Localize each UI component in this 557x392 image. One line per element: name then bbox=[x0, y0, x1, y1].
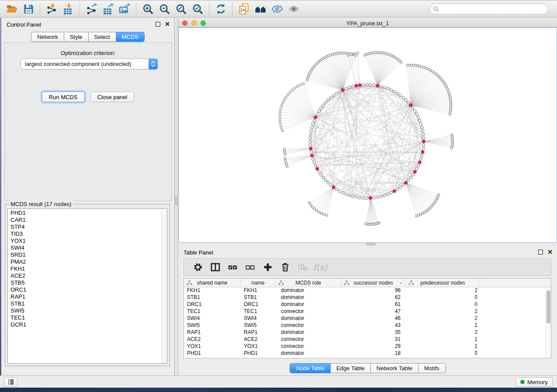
cell-predecessor-nodes: 2 bbox=[406, 308, 480, 315]
mcds-result-item[interactable]: STB1 bbox=[10, 300, 160, 307]
deselect-all-checks-button[interactable] bbox=[242, 260, 258, 274]
import-network-button[interactable] bbox=[43, 2, 60, 16]
toolbar-separator bbox=[80, 3, 80, 16]
duplicate-network-icon bbox=[238, 3, 250, 15]
mcds-list-scrollbar[interactable] bbox=[161, 209, 167, 363]
float-panel-icon[interactable] bbox=[156, 22, 160, 27]
refresh-view-icon bbox=[215, 3, 227, 15]
refresh-view-button[interactable] bbox=[212, 2, 229, 16]
mcds-result-item[interactable]: PHD1 bbox=[10, 210, 160, 217]
cell-predecessor-nodes: 0 bbox=[406, 301, 480, 308]
table-row[interactable]: RAP1RAP1dominator352 bbox=[184, 329, 551, 336]
close-table-panel-icon[interactable]: ✕ bbox=[547, 250, 553, 254]
table-row[interactable]: ORC1ORC1dominator610 bbox=[184, 301, 551, 308]
control-panel-tabs: NetworkStyleSelectMCDS bbox=[1, 32, 174, 42]
close-panel-icon[interactable]: ✕ bbox=[165, 22, 170, 27]
table-row[interactable]: YOX1YOX1connector291 bbox=[184, 343, 551, 350]
close-panel-button[interactable]: Close panel bbox=[90, 92, 135, 102]
duplicate-network-button[interactable] bbox=[235, 2, 252, 16]
cell-MCDS-role: dominator bbox=[276, 301, 341, 308]
task-history-button[interactable] bbox=[4, 377, 17, 387]
split-columns-button[interactable] bbox=[208, 260, 223, 274]
zoom-selected-button[interactable] bbox=[189, 2, 206, 16]
hide-selected-button[interactable] bbox=[269, 2, 285, 16]
table-row[interactable]: FKH1FKH1dominator962 bbox=[184, 287, 551, 294]
import-table-icon bbox=[62, 3, 74, 15]
save-session-button[interactable] bbox=[20, 2, 37, 16]
table-scrollbar[interactable] bbox=[545, 288, 551, 358]
cell-shared-name: TEC1 bbox=[184, 308, 241, 315]
zoom-fit-button[interactable] bbox=[173, 2, 189, 16]
network-canvas[interactable] bbox=[178, 28, 557, 243]
export-image-button[interactable] bbox=[116, 2, 133, 16]
import-table-button[interactable] bbox=[60, 2, 76, 16]
mcds-result-item[interactable]: ORC1 bbox=[10, 286, 160, 293]
control-panel: Control Panel ✕ NetworkStyleSelectMCDS O… bbox=[1, 18, 175, 375]
mcds-result-item[interactable]: SWI4 bbox=[10, 244, 160, 251]
table-row[interactable]: SWI5SWI5connector431 bbox=[184, 322, 551, 329]
tab-network-table[interactable]: Network Table bbox=[371, 363, 419, 373]
select-all-checks-button[interactable] bbox=[225, 260, 241, 274]
mcds-result-list[interactable]: PHD1CAR1STP4TID3YOX1SWI4SRD1PMA2FKH1ACE2… bbox=[7, 208, 167, 364]
cell-MCDS-role: connector bbox=[276, 336, 341, 343]
mcds-result-item[interactable]: FKH1 bbox=[10, 265, 160, 272]
export-network-button[interactable] bbox=[83, 2, 100, 16]
optimization-criterion-dropdown[interactable]: largest connected component (undirected) bbox=[21, 58, 158, 69]
hide-selected-icon bbox=[271, 3, 283, 15]
table-scrollbar-thumb[interactable] bbox=[547, 290, 550, 323]
mcds-result-item[interactable]: RAP1 bbox=[10, 293, 160, 300]
memory-button[interactable]: Memory bbox=[515, 377, 553, 387]
column-header-name[interactable]: name bbox=[241, 279, 276, 287]
attribute-tree-icon bbox=[344, 280, 349, 287]
column-header-MCDS-role[interactable]: MCDS role bbox=[276, 279, 341, 287]
mcds-result-item[interactable]: ACE2 bbox=[10, 272, 160, 279]
table-row[interactable]: ACE2ACE2connector311 bbox=[184, 336, 551, 343]
mcds-result-item[interactable]: STB5 bbox=[10, 279, 160, 286]
cell-predecessor-nodes: 1 bbox=[406, 343, 480, 350]
mcds-result-item[interactable]: SWI5 bbox=[10, 307, 160, 314]
mcds-result-item[interactable]: TID3 bbox=[10, 230, 160, 237]
table-row[interactable]: SWI4SWI4dominator462 bbox=[184, 315, 551, 322]
mcds-result-item[interactable]: YOX1 bbox=[10, 237, 160, 244]
mcds-result-item[interactable]: GCR1 bbox=[10, 321, 160, 328]
table-panel: Table Panel ✕ f(x) shared namenameMCDS r… bbox=[178, 246, 557, 375]
table-row[interactable]: STB1STB1dominator620 bbox=[184, 294, 551, 301]
delete-entry-button[interactable] bbox=[277, 260, 293, 274]
column-header-predecessor-nodes[interactable]: predecessor nodes bbox=[406, 279, 480, 287]
column-header-successor-nodes[interactable]: successor nodes⌄ bbox=[341, 279, 406, 287]
cell-shared-name: ORC1 bbox=[184, 301, 241, 308]
first-neighbors-button[interactable] bbox=[252, 2, 269, 16]
tab-select[interactable]: Select bbox=[89, 32, 116, 42]
network-graph[interactable] bbox=[179, 28, 557, 242]
horizontal-splitter-handle[interactable] bbox=[366, 243, 376, 245]
vertical-splitter-handle[interactable] bbox=[175, 196, 177, 206]
run-mcds-button[interactable]: Run MCDS bbox=[42, 92, 85, 102]
tab-network[interactable]: Network bbox=[31, 32, 64, 42]
mcds-result-item[interactable]: STP4 bbox=[10, 224, 160, 230]
zoom-in-button[interactable] bbox=[139, 2, 156, 16]
show-all-button[interactable] bbox=[285, 2, 302, 16]
float-table-panel-icon[interactable] bbox=[538, 250, 543, 254]
tab-mcds[interactable]: MCDS bbox=[116, 32, 145, 42]
main-toolbar bbox=[0, 1, 557, 17]
mcds-result-item[interactable]: CAR1 bbox=[10, 217, 160, 224]
export-table-button[interactable] bbox=[100, 2, 116, 16]
tab-style[interactable]: Style bbox=[64, 32, 89, 42]
horizontal-splitter[interactable] bbox=[178, 243, 557, 246]
mcds-result-item[interactable]: SRD1 bbox=[10, 251, 160, 258]
mcds-result-item[interactable]: PMA2 bbox=[10, 258, 160, 265]
add-entry-button[interactable] bbox=[260, 260, 276, 274]
search-input[interactable] bbox=[429, 3, 548, 14]
delete-entry-icon bbox=[280, 262, 290, 272]
table-row[interactable]: PHD1PHD1dominator180 bbox=[184, 350, 551, 357]
tab-motifs[interactable]: Motifs bbox=[419, 363, 446, 373]
mcds-result-item[interactable]: TEC1 bbox=[10, 314, 160, 321]
settings-gear-button[interactable] bbox=[190, 260, 206, 274]
vertical-splitter[interactable] bbox=[175, 18, 178, 375]
column-header-shared-name[interactable]: shared name bbox=[184, 279, 241, 287]
tab-node-table[interactable]: Node Table bbox=[290, 363, 331, 373]
zoom-out-button[interactable] bbox=[156, 2, 173, 16]
open-file-button[interactable] bbox=[3, 2, 20, 16]
table-row[interactable]: TEC1TEC1connector472 bbox=[184, 308, 551, 315]
tab-edge-table[interactable]: Edge Table bbox=[331, 363, 371, 373]
